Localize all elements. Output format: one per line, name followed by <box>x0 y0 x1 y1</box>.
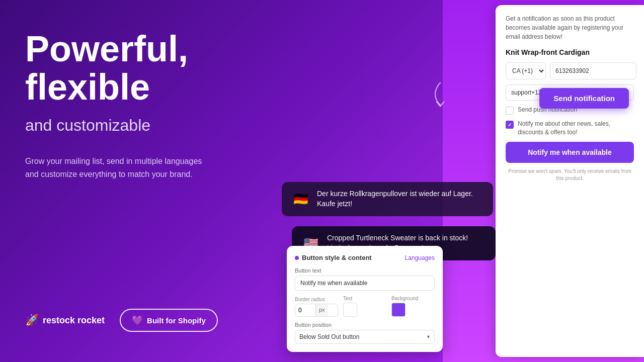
send-notification-button[interactable]: Send notification <box>539 88 629 109</box>
dot-icon <box>295 256 299 260</box>
built-for-shopify-button[interactable]: 💜 Built for Shopify <box>120 309 218 332</box>
phone-input-row: CA (+1) <box>506 62 634 79</box>
brand-name: restock rocket <box>43 315 105 326</box>
form-intro-text: Get a notification as soon as this produ… <box>506 14 634 41</box>
border-radius-input: px <box>295 304 338 317</box>
button-position-wrapper: Below Sold Out button <box>295 330 435 344</box>
arrow-decoration <box>425 80 455 121</box>
border-radius-value[interactable] <box>295 304 315 316</box>
product-name: Knit Wrap-front Cardigan <box>506 48 634 56</box>
notify-me-button[interactable]: Notify me when available <box>506 142 634 163</box>
hero-description: Grow your mailing list, send in multiple… <box>25 155 216 180</box>
german-notification-text: Der kurze Rollkragenpullover ist wieder … <box>317 189 484 209</box>
hero-subtitle: and customizable <box>25 116 242 135</box>
middle-panel: 🇩🇪 Der kurze Rollkragenpullover ist wied… <box>267 0 496 362</box>
notify-news-row: Notify me about other news, sales, disco… <box>506 120 634 137</box>
notify-news-label: Notify me about other news, sales, disco… <box>518 120 634 137</box>
card-header-title: Button style & content <box>295 254 372 261</box>
brand-logo: 🚀 restock rocket <box>25 314 105 327</box>
rocket-icon: 🚀 <box>25 314 39 327</box>
button-text-input[interactable] <box>295 276 435 291</box>
bg-color-label: Background <box>391 296 435 301</box>
languages-link[interactable]: Languages <box>405 254 435 261</box>
card-title-label: Button style & content <box>302 254 372 261</box>
phone-number-input[interactable] <box>550 62 636 79</box>
bg-color-field: Background <box>391 296 435 317</box>
push-notification-checkbox[interactable] <box>506 107 514 115</box>
left-panel: Powerful, flexible and customizable Grow… <box>0 0 267 362</box>
shopify-btn-label: Built for Shopify <box>147 316 206 325</box>
notification-form-panel: Get a notification as soon as this produ… <box>496 5 644 357</box>
style-options-row: Border radius px Text Background <box>295 296 435 317</box>
bottom-bar: 🚀 restock rocket 💜 Built for Shopify <box>25 309 242 332</box>
text-color-swatch[interactable] <box>343 303 357 317</box>
hero-line2: flexible <box>25 67 150 107</box>
hero-text: Powerful, flexible and customizable <box>25 30 242 135</box>
border-radius-field: Border radius px <box>295 297 338 317</box>
border-radius-unit: px <box>315 304 328 316</box>
button-style-card: Button style & content Languages Button … <box>287 246 443 352</box>
button-text-label: Button text <box>295 267 435 274</box>
card-header: Button style & content Languages <box>295 254 435 261</box>
shopify-heart-icon: 💜 <box>132 315 143 326</box>
german-notification-bubble: 🇩🇪 Der kurze Rollkragenpullover ist wied… <box>282 182 493 216</box>
notify-news-checkbox[interactable] <box>506 121 514 129</box>
text-color-field: Text <box>343 296 386 317</box>
phone-country-select[interactable]: CA (+1) <box>506 62 546 79</box>
bg-color-swatch[interactable] <box>391 303 406 317</box>
button-position-label: Button position <box>295 322 435 328</box>
border-radius-label: Border radius <box>295 297 338 302</box>
text-color-label: Text <box>343 296 386 301</box>
german-flag-icon: 🇩🇪 <box>291 189 311 209</box>
hero-line1: Powerful, <box>25 29 188 69</box>
promise-text: Promise we won't spam. You'll only recei… <box>506 168 634 182</box>
button-position-select[interactable]: Below Sold Out button <box>295 330 435 344</box>
